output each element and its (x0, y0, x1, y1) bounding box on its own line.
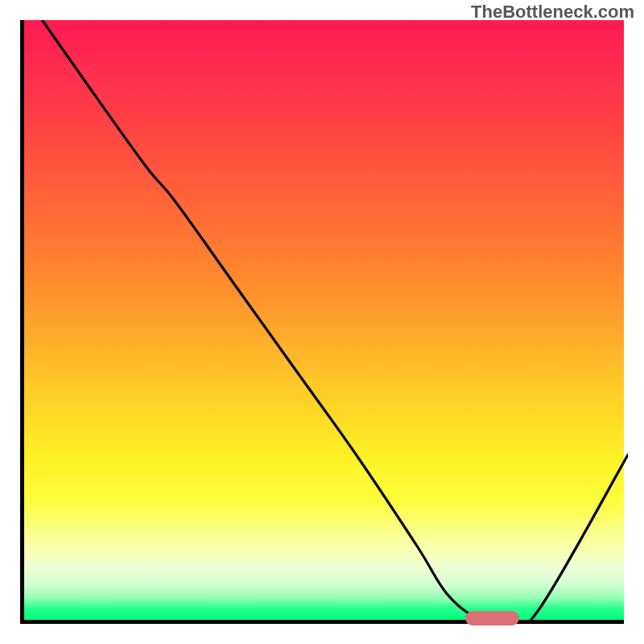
plot-area (20, 20, 624, 624)
bottleneck-curve-path (43, 20, 629, 624)
optimal-range-marker (465, 611, 520, 625)
curve-svg (24, 20, 628, 624)
bottleneck-chart: TheBottleneck.com (0, 0, 644, 644)
